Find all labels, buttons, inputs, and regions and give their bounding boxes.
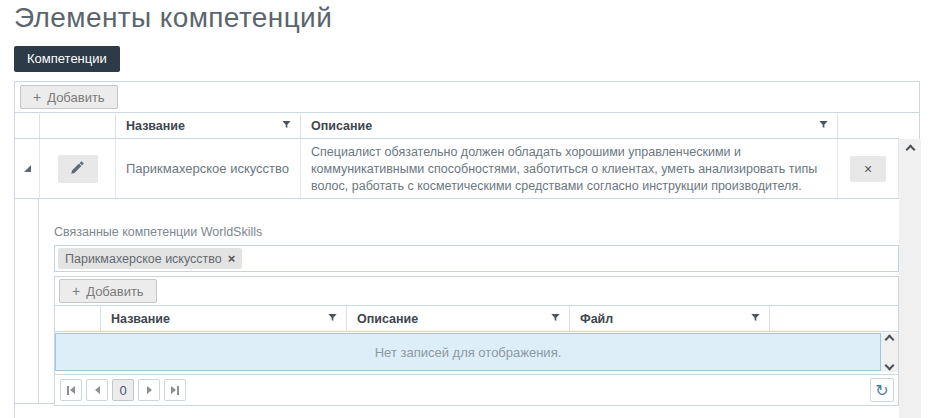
row-expand-cell <box>15 139 40 198</box>
related-competencies-input[interactable]: Парикмахерское искусство × <box>54 245 899 272</box>
table-row: Парикмахерское искусство Специалист обяз… <box>15 139 899 199</box>
column-header-name-label: Название <box>111 312 327 326</box>
column-header-file-label: Файл <box>580 312 750 326</box>
elements-grid: + Добавить Название Опи <box>54 276 899 406</box>
pager-last-button[interactable] <box>164 379 186 401</box>
seek-last-icon <box>171 386 176 394</box>
edit-column-header <box>40 114 116 138</box>
scroll-up-icon <box>905 144 915 154</box>
empty-records-message: Нет записей для отображения. <box>55 333 881 371</box>
column-header-name-label: Название <box>126 119 281 133</box>
pager-previous-button[interactable] <box>86 379 108 401</box>
column-header-description: Описание <box>347 306 570 331</box>
seek-first-icon <box>67 386 69 395</box>
collapse-row-icon[interactable] <box>24 165 31 172</box>
scroll-down-icon[interactable] <box>885 361 895 371</box>
detail-row: Связанные компетенции WorldSkills Парикм… <box>15 199 899 404</box>
hierarchy-column-header <box>15 114 40 138</box>
add-button-label: Добавить <box>47 90 104 105</box>
pencil-icon <box>70 160 85 178</box>
row-name-cell: Парикмахерское искусство <box>116 139 301 198</box>
pager-current-page-button[interactable]: 0 <box>112 379 134 401</box>
scroll-up-button[interactable] <box>899 139 921 159</box>
edit-column-header <box>55 306 101 331</box>
previous-page-icon <box>95 386 100 394</box>
row-edit-cell <box>40 139 116 198</box>
row-delete-cell: × <box>838 139 899 198</box>
column-header-name: Название <box>116 114 301 138</box>
column-header-description: Описание <box>301 114 838 138</box>
competencies-grid: + Добавить Название Описание <box>14 81 920 418</box>
next-page-icon <box>147 386 152 394</box>
add-element-button[interactable]: + Добавить <box>59 279 157 303</box>
elements-grid-scrollbar[interactable] <box>881 333 898 372</box>
add-element-button-label: Добавить <box>86 284 143 299</box>
delete-column-header <box>838 114 899 138</box>
filter-icon[interactable] <box>818 119 829 133</box>
column-header-file: Файл <box>570 306 770 331</box>
column-header-name: Название <box>101 306 347 331</box>
plus-icon: + <box>33 89 41 105</box>
detail-content: Связанные компетенции WorldSkills Парикм… <box>40 199 899 403</box>
page-title: Элементы компетенций <box>14 2 332 34</box>
column-header-description-label: Описание <box>311 119 818 133</box>
close-icon: × <box>864 162 872 176</box>
refresh-icon: ↻ <box>875 381 888 400</box>
pager-next-button[interactable] <box>138 379 160 401</box>
filter-icon[interactable] <box>750 312 761 326</box>
column-header-description-label: Описание <box>357 312 550 326</box>
page: Элементы компетенций Компетенции + Добав… <box>0 0 938 418</box>
tab-competencies[interactable]: Компетенции <box>14 46 120 72</box>
elements-grid-header-row: Название Описание Файл <box>55 306 898 332</box>
chip-label: Парикмахерское искусство <box>65 252 222 266</box>
edit-row-button[interactable] <box>58 155 98 183</box>
plus-icon: + <box>72 283 80 299</box>
pager-first-button[interactable] <box>60 379 82 401</box>
filter-icon[interactable] <box>281 119 292 133</box>
actions-column-header <box>770 306 898 331</box>
hierarchy-spacer-cell <box>15 199 39 403</box>
pager-buttons: 0 <box>60 379 186 401</box>
grid-header-row: Название Описание <box>15 114 899 139</box>
row-description-cell: Специалист обязательно должен обладать х… <box>301 139 838 198</box>
elements-grid-body: Нет записей для отображения. <box>55 332 898 374</box>
grid-toolbar: + Добавить <box>15 82 919 113</box>
related-competencies-label: Связанные компетенции WorldSkills <box>54 225 899 239</box>
chip-remove-icon[interactable]: × <box>228 251 236 266</box>
grid-scrollbar[interactable] <box>899 139 921 418</box>
scroll-up-icon[interactable] <box>885 335 895 345</box>
elements-grid-pager: 0 ↻ <box>55 374 898 405</box>
filter-icon[interactable] <box>327 312 338 326</box>
add-competency-button[interactable]: + Добавить <box>20 85 118 109</box>
delete-row-button[interactable]: × <box>850 156 886 182</box>
elements-grid-toolbar: + Добавить <box>55 277 898 306</box>
filter-icon[interactable] <box>550 312 561 326</box>
competency-chip: Парикмахерское искусство × <box>58 248 242 269</box>
refresh-button[interactable]: ↻ <box>870 378 894 402</box>
